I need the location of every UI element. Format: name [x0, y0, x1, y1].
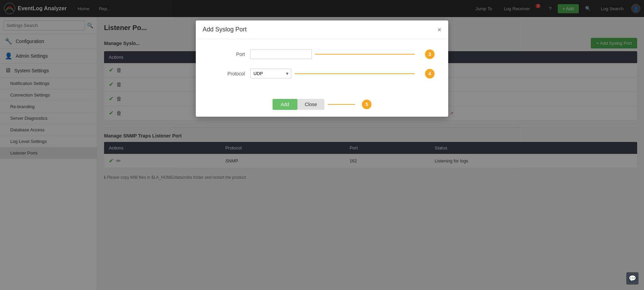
modal-close-btn[interactable]: Close [297, 99, 325, 110]
modal-add-button[interactable]: Add [273, 99, 297, 110]
modal-overlay: Add Syslog Port × Port 3 Protocol UDP TC… [0, 0, 644, 290]
protocol-form-row: Protocol UDP TCP TLS ▼ 4 [209, 69, 435, 78]
port-label: Port [209, 52, 250, 57]
footer-row: Add Close 5 [273, 99, 372, 110]
protocol-select[interactable]: UDP TCP TLS [250, 69, 291, 78]
protocol-connector [295, 73, 415, 74]
step-4-badge: 4 [425, 69, 435, 78]
port-form-row: Port 3 [209, 49, 435, 59]
protocol-label: Protocol [209, 71, 250, 76]
modal-header: Add Syslog Port × [196, 20, 448, 39]
add-syslog-modal: Add Syslog Port × Port 3 Protocol UDP TC… [196, 20, 448, 117]
port-connector [315, 54, 415, 55]
modal-close-button[interactable]: × [437, 26, 441, 33]
step-3-badge: 3 [425, 49, 435, 59]
modal-body: Port 3 Protocol UDP TCP TLS ▼ 4 [196, 39, 448, 95]
modal-title: Add Syslog Port [203, 26, 247, 33]
step-5-badge: 5 [362, 100, 371, 109]
modal-footer: Add Close 5 [196, 95, 448, 117]
chat-button[interactable]: 💬 [626, 272, 639, 285]
protocol-select-wrapper: UDP TCP TLS ▼ [250, 69, 291, 78]
port-input[interactable] [250, 49, 312, 59]
footer-connector [328, 104, 355, 105]
